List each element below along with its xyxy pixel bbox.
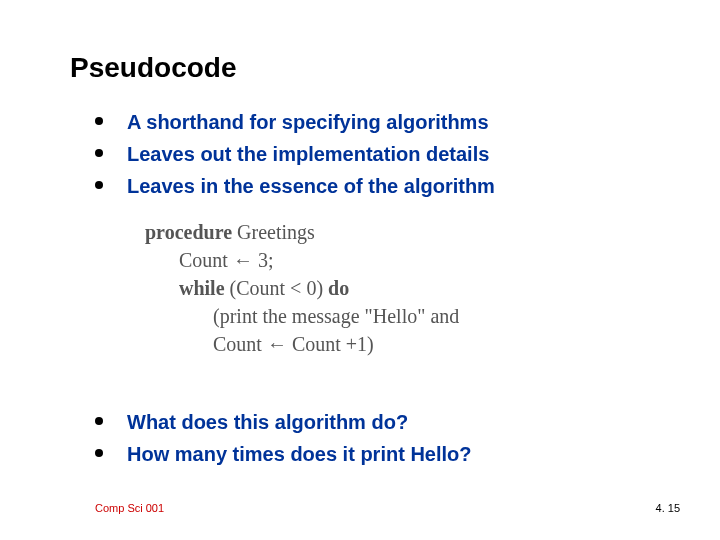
bullet-text: What does this algorithm do? (127, 408, 408, 436)
bullet-icon (95, 117, 103, 125)
list-item: Leaves in the essence of the algorithm (95, 172, 635, 200)
bullet-list-top: A shorthand for specifying algorithms Le… (95, 108, 635, 204)
code-line: procedure Greetings (145, 218, 575, 246)
code-text: (print the message "Hello" and (213, 305, 459, 327)
code-line: Count ← Count +1) (145, 330, 575, 358)
slide-title: Pseudocode (70, 52, 236, 84)
bullet-text: How many times does it print Hello? (127, 440, 472, 468)
bullet-icon (95, 181, 103, 189)
keyword: do (328, 277, 349, 299)
slide: Pseudocode A shorthand for specifying al… (0, 0, 720, 540)
list-item: How many times does it print Hello? (95, 440, 635, 468)
list-item: A shorthand for specifying algorithms (95, 108, 635, 136)
bullet-text: Leaves in the essence of the algorithm (127, 172, 495, 200)
code-text: Count ← Count +1) (213, 333, 374, 355)
code-line: (print the message "Hello" and (145, 302, 575, 330)
footer-page-number: 4. 15 (656, 502, 680, 514)
bullet-text: Leaves out the implementation details (127, 140, 489, 168)
bullet-list-bottom: What does this algorithm do? How many ti… (95, 408, 635, 472)
code-text: (Count < 0) (225, 277, 329, 299)
bullet-text: A shorthand for specifying algorithms (127, 108, 489, 136)
keyword: while (179, 277, 225, 299)
code-line: while (Count < 0) do (145, 274, 575, 302)
code-text: Count ← 3; (179, 249, 273, 271)
code-line: Count ← 3; (145, 246, 575, 274)
code-text: Greetings (232, 221, 315, 243)
keyword: procedure (145, 221, 232, 243)
bullet-icon (95, 417, 103, 425)
list-item: What does this algorithm do? (95, 408, 635, 436)
bullet-icon (95, 449, 103, 457)
pseudocode-block: procedure Greetings Count ← 3; while (Co… (145, 218, 575, 358)
list-item: Leaves out the implementation details (95, 140, 635, 168)
bullet-icon (95, 149, 103, 157)
footer-course: Comp Sci 001 (95, 502, 164, 514)
